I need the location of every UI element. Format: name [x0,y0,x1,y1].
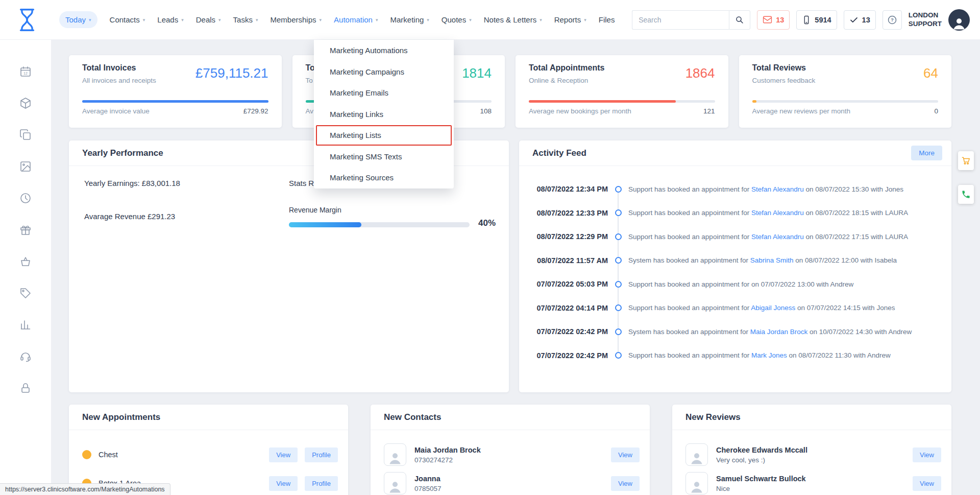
nav-item-leads[interactable]: Leads▾ [157,15,183,24]
search-button[interactable] [729,10,750,30]
status-dot-icon [82,450,91,459]
chevron-down-icon: ▾ [320,17,322,22]
activity-text: Support has booked an appointment for St… [628,209,943,217]
stat-value: 64 [923,65,938,81]
nav-item-quotes[interactable]: Quotes▾ [442,15,472,24]
activity-entry: 07/07/2022 04:14 PM Support has booked a… [519,296,951,320]
more-button[interactable]: More [911,146,942,160]
stat-progress-track [529,100,715,103]
view-button[interactable]: View [269,476,298,491]
checkmark-icon [849,15,859,25]
nav-item-deals[interactable]: Deals▾ [196,15,221,24]
activity-text: Support has booked an appointment for St… [628,185,943,193]
reviewer-avatar [685,443,708,466]
copy-icon[interactable] [19,129,32,141]
card-header: New Contacts [371,405,650,430]
new-appointments-card: New Appointments Chest View Profile Boto… [69,405,348,495]
nav-item-files[interactable]: Files [599,15,615,24]
nav-item-reports[interactable]: Reports▾ [554,15,586,24]
nav-item-tasks[interactable]: Tasks▾ [233,15,258,24]
stat-title: Total Invoices [82,63,136,73]
person-icon [689,479,704,494]
contact-name: Joanna [414,475,442,483]
chevron-down-icon: ▾ [540,17,542,22]
quick-cart-button[interactable] [958,151,974,170]
tag-icon[interactable] [19,287,32,299]
menu-item-marketing-sources[interactable]: Marketing Sources [314,167,454,188]
activity-feed-card: Activity Feed More 08/07/2022 12:34 PM S… [519,140,951,392]
calls-badge[interactable]: 5914 [796,10,837,30]
main-nav-menu: Today▾ Contacts▾ Leads▾ Deals▾ Tasks▾ Me… [59,11,615,28]
timeline-marker-icon [615,304,622,311]
view-button[interactable]: View [611,476,640,491]
tasks-badge[interactable]: 13 [844,10,876,30]
messages-badge[interactable]: 13 [757,10,790,30]
chevron-down-icon: ▾ [469,17,472,22]
card-header: Activity Feed More [519,140,951,166]
menu-item-marketing-automations[interactable]: Marketing Automations [314,40,454,61]
chart-icon[interactable] [19,319,32,331]
profile-button[interactable]: Profile [305,476,338,491]
card-header: New Reviews [672,405,951,430]
contact-link[interactable]: Stefan Alexandru [751,209,804,217]
help-button[interactable]: ? [883,10,902,30]
package-icon[interactable] [19,97,32,109]
gift-icon[interactable] [19,224,32,236]
lock-icon[interactable] [19,382,32,394]
stat-progress-fill [529,100,676,103]
stat-progress-track [82,100,268,103]
nav-item-memberships[interactable]: Memberships▾ [270,15,322,24]
menu-item-marketing-sms-texts[interactable]: Marketing SMS Texts [314,146,454,168]
support-icon[interactable] [19,350,32,363]
calendar-icon[interactable]: 12 [19,65,32,78]
menu-item-marketing-campaigns[interactable]: Marketing Campaigns [314,61,454,83]
review-row: Samuel Schwartz Bullock Nice View [672,469,951,495]
contact-link[interactable]: Maia Jordan Brock [750,328,808,336]
view-button[interactable]: View [611,447,640,462]
view-button[interactable]: View [269,447,298,462]
activity-entry: 07/07/2022 05:03 PM Support has booked a… [519,272,951,296]
timeline-marker-icon [615,209,622,216]
nav-item-marketing[interactable]: Marketing▾ [390,15,429,24]
stat-title: Total Reviews [752,63,806,73]
nav-item-contacts[interactable]: Contacts▾ [110,15,145,24]
contact-link[interactable]: Sabrina Smith [750,256,794,264]
user-avatar[interactable] [948,9,970,31]
yearly-performance-title: Yearly Performance [82,148,163,158]
timeline-marker-icon [615,281,622,288]
activity-feed-title: Activity Feed [532,148,586,158]
nav-item-automation[interactable]: Automation▾ [334,15,378,24]
activity-time: 08/07/2022 12:34 PM [519,185,608,193]
menu-item-marketing-emails[interactable]: Marketing Emails [314,82,454,104]
menu-item-marketing-links[interactable]: Marketing Links [314,104,454,125]
contact-link[interactable]: Abigail Joness [751,304,795,312]
reviewer-name: Samuel Schwartz Bullock [716,475,806,483]
card-header: New Appointments [69,405,348,430]
revenue-margin-fill [289,222,361,227]
stat-card-total-appointments: Total Appointments Online & Reception 18… [516,55,728,128]
nav-item-notes-letters[interactable]: Notes & Letters▾ [484,15,542,24]
link-preview-url: https://server3.clinicsoftware.com/Marke… [5,486,165,493]
review-row: Cherokee Edwards Mccall Very cool, yes :… [672,440,951,469]
calls-count: 5914 [815,16,831,24]
contact-link[interactable]: Stefan Alexandru [751,185,804,193]
app-logo-icon[interactable] [13,6,41,34]
contact-link[interactable]: Stefan Alexandru [751,233,804,241]
view-button[interactable]: View [913,476,941,491]
contact-phone: 0730274272 [414,456,481,464]
revenue-margin-track [289,222,470,227]
view-button[interactable]: View [913,447,941,462]
search-input[interactable] [632,10,729,30]
photo-icon[interactable] [19,160,32,173]
quick-phone-button[interactable] [958,185,974,204]
activity-time: 07/07/2022 04:14 PM [519,304,608,312]
svg-text:?: ? [891,17,894,22]
history-icon[interactable] [19,192,32,204]
contact-link[interactable]: Mark Jones [751,351,787,359]
nav-item-today[interactable]: Today▾ [59,11,97,28]
stat-card-total-invoices: Total Invoices All invoices and receipts… [69,55,282,128]
basket-icon[interactable] [19,255,32,268]
chevron-down-icon: ▾ [427,17,429,22]
menu-item-marketing-lists[interactable]: Marketing Lists [314,125,454,146]
profile-button[interactable]: Profile [305,447,338,462]
